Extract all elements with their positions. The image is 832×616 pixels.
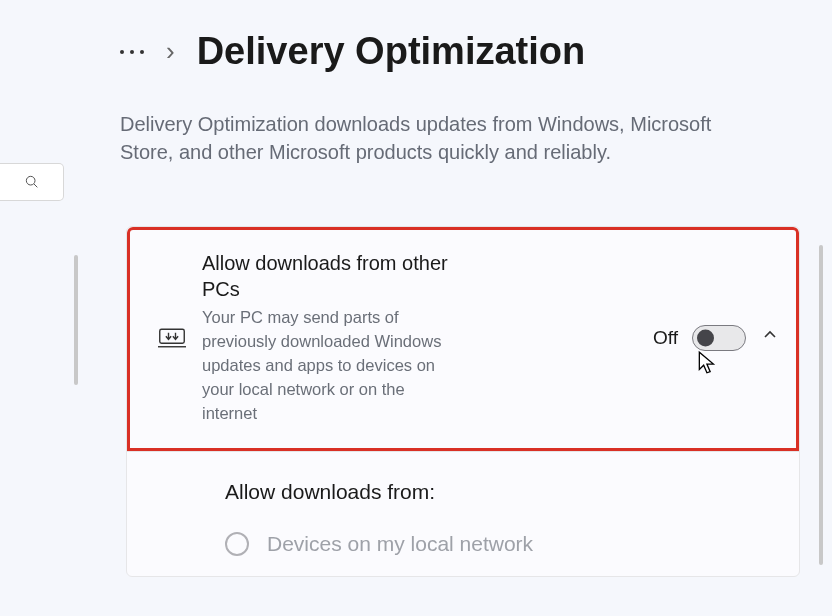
page-description: Delivery Optimization downloads updates …: [120, 110, 750, 166]
allow-downloads-subtitle: Your PC may send parts of previously dow…: [202, 306, 462, 426]
radio-local-network[interactable]: Devices on my local network: [225, 532, 781, 556]
options-label: Allow downloads from:: [225, 480, 781, 504]
scrollbar-left[interactable]: [74, 255, 78, 385]
allow-downloads-row[interactable]: Allow downloads from other PCs Your PC m…: [127, 227, 799, 451]
svg-rect-2: [160, 329, 185, 343]
svg-point-0: [26, 176, 35, 185]
search-icon: [24, 174, 40, 190]
scrollbar-right[interactable]: [819, 245, 823, 565]
allow-downloads-options: Allow downloads from: Devices on my loca…: [127, 451, 799, 576]
search-input[interactable]: [0, 163, 64, 201]
download-pc-icon: [148, 327, 196, 349]
breadcrumb-ellipsis-icon[interactable]: [120, 50, 144, 54]
allow-downloads-title: Allow downloads from other PCs: [202, 250, 462, 302]
allow-downloads-toggle[interactable]: [692, 325, 746, 351]
radio-local-network-label: Devices on my local network: [267, 532, 533, 556]
chevron-right-icon: ›: [166, 36, 175, 67]
chevron-up-icon[interactable]: [762, 327, 778, 348]
settings-card: Allow downloads from other PCs Your PC m…: [126, 226, 800, 577]
page-title: Delivery Optimization: [197, 30, 586, 73]
svg-line-1: [34, 184, 37, 187]
radio-icon: [225, 532, 249, 556]
toggle-state-label: Off: [653, 327, 678, 349]
